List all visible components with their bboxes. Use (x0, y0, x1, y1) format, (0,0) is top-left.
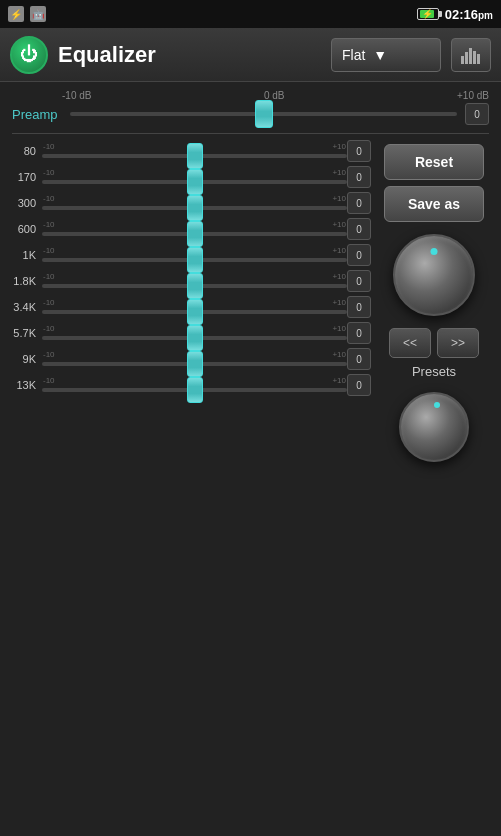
band-slider-wrap-13K: -10 0 +10 (42, 376, 347, 395)
band-row-300: 300 -10 0 +10 0 (12, 192, 371, 214)
band-value-1.8K: 0 (347, 270, 371, 292)
svg-rect-4 (477, 54, 480, 64)
band-row-80: 80 -10 0 +10 0 (12, 140, 371, 162)
main-content: -10 dB 0 dB +10 dB Preamp 0 80 -10 0 (0, 82, 501, 836)
power-button[interactable] (10, 36, 48, 74)
band-row-600: 600 -10 0 +10 0 (12, 218, 371, 240)
band-slider-wrap-170: -10 0 +10 (42, 168, 347, 187)
preamp-slider[interactable] (70, 104, 457, 124)
svg-rect-1 (465, 52, 468, 64)
battery-container: ⚡ (417, 8, 439, 20)
band-label-9K: 9K (12, 353, 42, 365)
band-slider-wrap-300: -10 0 +10 (42, 194, 347, 213)
preamp-label: Preamp (12, 107, 62, 122)
band-label-1K: 1K (12, 249, 42, 261)
band-track-5.7K[interactable] (42, 336, 347, 340)
eq-section: 80 -10 0 +10 0 170 -10 0 +10 (12, 140, 489, 469)
status-bar: ⚡ 🤖 ⚡ 02:16pm (0, 0, 501, 28)
svg-rect-3 (473, 51, 476, 64)
band-track-1.8K[interactable] (42, 284, 347, 288)
presets-knob[interactable] (399, 392, 469, 462)
band-row-13K: 13K -10 0 +10 0 (12, 374, 371, 396)
preamp-value: 0 (465, 103, 489, 125)
band-value-3.4K: 0 (347, 296, 371, 318)
band-track-300[interactable] (42, 206, 347, 210)
band-slider-wrap-1K: -10 0 +10 (42, 246, 347, 265)
main-knob[interactable] (393, 234, 475, 316)
band-thumb-170[interactable] (187, 169, 203, 195)
band-value-9K: 0 (347, 348, 371, 370)
knob-dot (431, 248, 438, 255)
scale-min-label: -10 dB (62, 90, 91, 101)
preamp-track (70, 112, 457, 116)
usb-icon: ⚡ (8, 6, 24, 22)
band-value-170: 0 (347, 166, 371, 188)
band-row-1.8K: 1.8K -10 0 +10 0 (12, 270, 371, 292)
band-label-3.4K: 3.4K (12, 301, 42, 313)
nav-buttons: << >> (389, 328, 479, 358)
main-knob-container (389, 230, 479, 320)
next-button[interactable]: >> (437, 328, 479, 358)
preamp-scale-labels: -10 dB 0 dB +10 dB (12, 90, 489, 103)
band-track-9K[interactable] (42, 362, 347, 366)
band-value-300: 0 (347, 192, 371, 214)
band-thumb-80[interactable] (187, 143, 203, 169)
band-label-1.8K: 1.8K (12, 275, 42, 287)
svg-rect-0 (461, 56, 464, 64)
band-thumb-5.7K[interactable] (187, 325, 203, 351)
band-thumb-600[interactable] (187, 221, 203, 247)
band-value-5.7K: 0 (347, 322, 371, 344)
band-value-600: 0 (347, 218, 371, 240)
divider-preamp (12, 133, 489, 134)
band-track-13K[interactable] (42, 388, 347, 392)
band-slider-wrap-1.8K: -10 0 +10 (42, 272, 347, 291)
band-thumb-3.4K[interactable] (187, 299, 203, 325)
prev-button[interactable]: << (389, 328, 431, 358)
band-row-170: 170 -10 0 +10 0 (12, 166, 371, 188)
band-label-80: 80 (12, 145, 42, 157)
band-thumb-1.8K[interactable] (187, 273, 203, 299)
band-track-600[interactable] (42, 232, 347, 236)
band-track-80[interactable] (42, 154, 347, 158)
visualizer-icon (460, 46, 482, 64)
band-thumb-1K[interactable] (187, 247, 203, 273)
time-display: 02:16pm (445, 7, 493, 22)
preamp-row: Preamp 0 (12, 103, 489, 125)
band-thumb-13K[interactable] (187, 377, 203, 403)
controls-panel: Reset Save as << >> Presets (379, 140, 489, 469)
saveas-button[interactable]: Save as (384, 186, 484, 222)
band-thumb-300[interactable] (187, 195, 203, 221)
svg-rect-2 (469, 48, 472, 64)
preset-dropdown[interactable]: Flat ▼ (331, 38, 441, 72)
preamp-thumb[interactable] (255, 100, 273, 128)
band-label-300: 300 (12, 197, 42, 209)
chevron-down-icon: ▼ (373, 47, 387, 63)
presets-label: Presets (412, 364, 456, 379)
band-track-3.4K[interactable] (42, 310, 347, 314)
band-slider-wrap-80: -10 0 +10 (42, 142, 347, 161)
eq-bands: 80 -10 0 +10 0 170 -10 0 +10 (12, 140, 371, 469)
presets-knob-container (394, 387, 474, 467)
battery-icon: ⚡ (417, 8, 439, 20)
scale-max-label: +10 dB (457, 90, 489, 101)
android-icon: 🤖 (30, 6, 46, 22)
band-thumb-9K[interactable] (187, 351, 203, 377)
band-track-170[interactable] (42, 180, 347, 184)
status-icons-right: ⚡ 02:16pm (417, 7, 493, 22)
reset-button[interactable]: Reset (384, 144, 484, 180)
visualizer-button[interactable] (451, 38, 491, 72)
presets-knob-dot (434, 402, 440, 408)
band-label-600: 600 (12, 223, 42, 235)
band-value-13K: 0 (347, 374, 371, 396)
status-icons-left: ⚡ 🤖 (8, 6, 46, 22)
band-slider-wrap-3.4K: -10 0 +10 (42, 298, 347, 317)
band-row-3.4K: 3.4K -10 0 +10 0 (12, 296, 371, 318)
band-label-170: 170 (12, 171, 42, 183)
app-header: Equalizer Flat ▼ (0, 28, 501, 82)
band-value-1K: 0 (347, 244, 371, 266)
app-title: Equalizer (58, 42, 321, 68)
band-track-1K[interactable] (42, 258, 347, 262)
preamp-section: -10 dB 0 dB +10 dB Preamp 0 (12, 90, 489, 125)
band-value-80: 0 (347, 140, 371, 162)
band-slider-wrap-9K: -10 0 +10 (42, 350, 347, 369)
